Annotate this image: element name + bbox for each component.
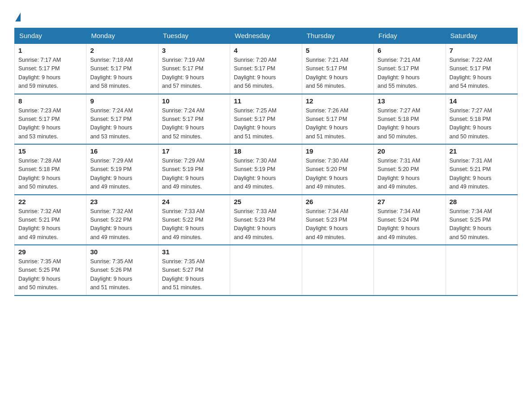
calendar-cell: 30 Sunrise: 7:35 AMSunset: 5:26 PMDaylig… bbox=[86, 245, 158, 295]
day-number: 24 bbox=[162, 198, 226, 206]
day-number: 7 bbox=[450, 47, 514, 54]
day-info: Sunrise: 7:27 AMSunset: 5:18 PMDaylight:… bbox=[378, 107, 442, 141]
logo bbox=[14, 11, 21, 21]
header-thursday: Thursday bbox=[302, 28, 373, 44]
day-number: 2 bbox=[90, 47, 154, 54]
week-row-3: 22 Sunrise: 7:32 AMSunset: 5:21 PMDaylig… bbox=[15, 195, 518, 245]
day-info: Sunrise: 7:27 AMSunset: 5:18 PMDaylight:… bbox=[450, 107, 514, 141]
day-number: 9 bbox=[90, 97, 154, 105]
calendar-cell: 31 Sunrise: 7:35 AMSunset: 5:27 PMDaylig… bbox=[158, 245, 230, 295]
day-number: 11 bbox=[234, 97, 298, 105]
calendar-cell: 22 Sunrise: 7:32 AMSunset: 5:21 PMDaylig… bbox=[15, 195, 86, 245]
day-info: Sunrise: 7:34 AMSunset: 5:24 PMDaylight:… bbox=[378, 207, 442, 242]
week-row-1: 8 Sunrise: 7:23 AMSunset: 5:17 PMDayligh… bbox=[15, 94, 518, 145]
day-info: Sunrise: 7:23 AMSunset: 5:17 PMDaylight:… bbox=[18, 107, 82, 141]
day-number: 15 bbox=[18, 147, 82, 155]
day-info: Sunrise: 7:34 AMSunset: 5:25 PMDaylight:… bbox=[450, 207, 514, 242]
day-number: 31 bbox=[162, 248, 226, 256]
day-number: 28 bbox=[450, 198, 514, 206]
day-number: 20 bbox=[378, 147, 442, 155]
week-row-0: 1 Sunrise: 7:17 AMSunset: 5:17 PMDayligh… bbox=[15, 43, 518, 94]
day-number: 26 bbox=[306, 198, 370, 206]
page-header bbox=[14, 11, 518, 21]
day-info: Sunrise: 7:34 AMSunset: 5:23 PMDaylight:… bbox=[306, 207, 370, 242]
calendar-cell bbox=[302, 245, 373, 295]
day-number: 8 bbox=[18, 97, 82, 105]
calendar-cell: 12 Sunrise: 7:26 AMSunset: 5:17 PMDaylig… bbox=[302, 94, 373, 145]
calendar-cell: 14 Sunrise: 7:27 AMSunset: 5:18 PMDaylig… bbox=[446, 94, 517, 145]
day-number: 25 bbox=[234, 198, 298, 206]
day-info: Sunrise: 7:21 AMSunset: 5:17 PMDaylight:… bbox=[306, 56, 370, 91]
calendar-cell: 20 Sunrise: 7:31 AMSunset: 5:20 PMDaylig… bbox=[374, 144, 446, 195]
day-info: Sunrise: 7:28 AMSunset: 5:18 PMDaylight:… bbox=[18, 157, 82, 192]
day-number: 21 bbox=[450, 147, 514, 155]
calendar-cell: 1 Sunrise: 7:17 AMSunset: 5:17 PMDayligh… bbox=[15, 43, 86, 94]
calendar-cell: 9 Sunrise: 7:24 AMSunset: 5:17 PMDayligh… bbox=[86, 94, 158, 145]
day-info: Sunrise: 7:30 AMSunset: 5:19 PMDaylight:… bbox=[234, 157, 298, 192]
calendar-cell: 16 Sunrise: 7:29 AMSunset: 5:19 PMDaylig… bbox=[86, 144, 158, 195]
week-row-2: 15 Sunrise: 7:28 AMSunset: 5:18 PMDaylig… bbox=[15, 144, 518, 195]
day-number: 1 bbox=[18, 47, 82, 54]
day-number: 18 bbox=[234, 147, 298, 155]
calendar-header-row: SundayMondayTuesdayWednesdayThursdayFrid… bbox=[15, 28, 518, 44]
calendar-cell: 4 Sunrise: 7:20 AMSunset: 5:17 PMDayligh… bbox=[230, 43, 302, 94]
calendar-table: SundayMondayTuesdayWednesdayThursdayFrid… bbox=[14, 28, 518, 296]
calendar-cell: 21 Sunrise: 7:31 AMSunset: 5:21 PMDaylig… bbox=[446, 144, 517, 195]
day-info: Sunrise: 7:24 AMSunset: 5:17 PMDaylight:… bbox=[90, 107, 154, 141]
calendar-cell: 26 Sunrise: 7:34 AMSunset: 5:23 PMDaylig… bbox=[302, 195, 373, 245]
day-info: Sunrise: 7:17 AMSunset: 5:17 PMDaylight:… bbox=[18, 56, 82, 91]
header-sunday: Sunday bbox=[15, 28, 86, 44]
day-number: 5 bbox=[306, 47, 370, 54]
day-info: Sunrise: 7:35 AMSunset: 5:27 PMDaylight:… bbox=[162, 257, 226, 292]
day-info: Sunrise: 7:18 AMSunset: 5:17 PMDaylight:… bbox=[90, 56, 154, 91]
day-info: Sunrise: 7:35 AMSunset: 5:26 PMDaylight:… bbox=[90, 257, 154, 292]
day-info: Sunrise: 7:31 AMSunset: 5:21 PMDaylight:… bbox=[450, 157, 514, 192]
calendar-cell: 11 Sunrise: 7:25 AMSunset: 5:17 PMDaylig… bbox=[230, 94, 302, 145]
day-number: 23 bbox=[90, 198, 154, 206]
header-tuesday: Tuesday bbox=[158, 28, 230, 44]
day-info: Sunrise: 7:33 AMSunset: 5:23 PMDaylight:… bbox=[234, 207, 298, 242]
calendar-cell: 7 Sunrise: 7:22 AMSunset: 5:17 PMDayligh… bbox=[446, 43, 517, 94]
day-info: Sunrise: 7:19 AMSunset: 5:17 PMDaylight:… bbox=[162, 56, 226, 91]
day-info: Sunrise: 7:29 AMSunset: 5:19 PMDaylight:… bbox=[162, 157, 226, 192]
day-number: 14 bbox=[450, 97, 514, 105]
day-info: Sunrise: 7:24 AMSunset: 5:17 PMDaylight:… bbox=[162, 107, 226, 141]
day-number: 13 bbox=[378, 97, 442, 105]
day-info: Sunrise: 7:31 AMSunset: 5:20 PMDaylight:… bbox=[378, 157, 442, 192]
day-number: 6 bbox=[378, 47, 442, 54]
calendar-cell: 23 Sunrise: 7:32 AMSunset: 5:22 PMDaylig… bbox=[86, 195, 158, 245]
header-saturday: Saturday bbox=[446, 28, 517, 44]
header-monday: Monday bbox=[86, 28, 158, 44]
calendar-cell: 2 Sunrise: 7:18 AMSunset: 5:17 PMDayligh… bbox=[86, 43, 158, 94]
day-info: Sunrise: 7:25 AMSunset: 5:17 PMDaylight:… bbox=[234, 107, 298, 141]
day-info: Sunrise: 7:21 AMSunset: 5:17 PMDaylight:… bbox=[378, 56, 442, 91]
day-info: Sunrise: 7:32 AMSunset: 5:21 PMDaylight:… bbox=[18, 207, 82, 242]
day-info: Sunrise: 7:32 AMSunset: 5:22 PMDaylight:… bbox=[90, 207, 154, 242]
calendar-cell: 19 Sunrise: 7:30 AMSunset: 5:20 PMDaylig… bbox=[302, 144, 373, 195]
calendar-cell bbox=[446, 245, 517, 295]
calendar-cell: 18 Sunrise: 7:30 AMSunset: 5:19 PMDaylig… bbox=[230, 144, 302, 195]
calendar-cell: 17 Sunrise: 7:29 AMSunset: 5:19 PMDaylig… bbox=[158, 144, 230, 195]
calendar-cell: 13 Sunrise: 7:27 AMSunset: 5:18 PMDaylig… bbox=[374, 94, 446, 145]
day-number: 4 bbox=[234, 47, 298, 54]
calendar-cell: 28 Sunrise: 7:34 AMSunset: 5:25 PMDaylig… bbox=[446, 195, 517, 245]
calendar-cell: 29 Sunrise: 7:35 AMSunset: 5:25 PMDaylig… bbox=[15, 245, 86, 295]
day-number: 3 bbox=[162, 47, 226, 54]
day-info: Sunrise: 7:30 AMSunset: 5:20 PMDaylight:… bbox=[306, 157, 370, 192]
day-info: Sunrise: 7:35 AMSunset: 5:25 PMDaylight:… bbox=[18, 257, 82, 292]
week-row-4: 29 Sunrise: 7:35 AMSunset: 5:25 PMDaylig… bbox=[15, 245, 518, 295]
logo-triangle-icon bbox=[15, 13, 21, 21]
day-info: Sunrise: 7:22 AMSunset: 5:17 PMDaylight:… bbox=[450, 56, 514, 91]
header-friday: Friday bbox=[374, 28, 446, 44]
day-info: Sunrise: 7:29 AMSunset: 5:19 PMDaylight:… bbox=[90, 157, 154, 192]
calendar-cell: 27 Sunrise: 7:34 AMSunset: 5:24 PMDaylig… bbox=[374, 195, 446, 245]
day-info: Sunrise: 7:20 AMSunset: 5:17 PMDaylight:… bbox=[234, 56, 298, 91]
day-number: 27 bbox=[378, 198, 442, 206]
day-number: 10 bbox=[162, 97, 226, 105]
calendar-cell: 3 Sunrise: 7:19 AMSunset: 5:17 PMDayligh… bbox=[158, 43, 230, 94]
header-wednesday: Wednesday bbox=[230, 28, 302, 44]
calendar-cell bbox=[374, 245, 446, 295]
day-number: 17 bbox=[162, 147, 226, 155]
calendar-cell: 15 Sunrise: 7:28 AMSunset: 5:18 PMDaylig… bbox=[15, 144, 86, 195]
day-number: 19 bbox=[306, 147, 370, 155]
